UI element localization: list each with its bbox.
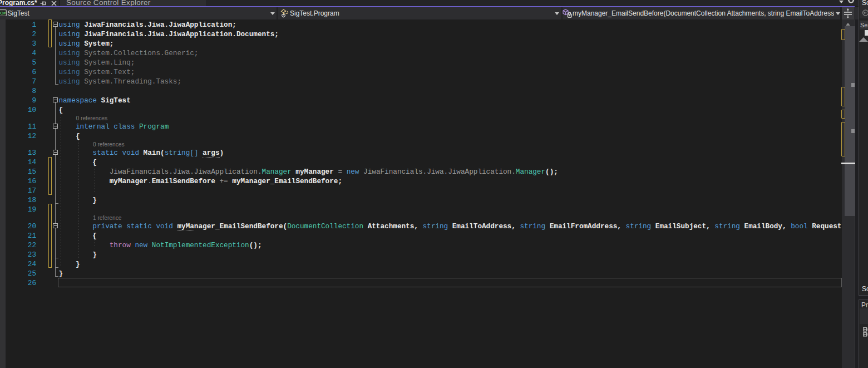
svg-text:C#: C# bbox=[0, 11, 6, 16]
